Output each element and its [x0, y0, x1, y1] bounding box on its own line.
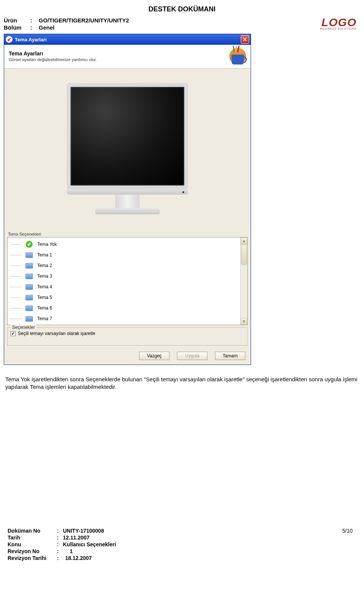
topic-label: Konu — [8, 541, 57, 547]
tree-connector-icon — [11, 262, 25, 269]
theme-option-label: Tema 6 — [37, 305, 52, 311]
page-number: 5/10 — [342, 528, 353, 534]
options-group: Seçenekler ✔ Seçili temayı varsayılan ol… — [7, 327, 248, 346]
theme-thumbnail-icon — [25, 252, 33, 258]
doc-title: DESTEK DOKÜMANI — [4, 5, 360, 13]
tree-connector-icon — [11, 283, 25, 291]
tree-connector-icon — [11, 304, 25, 312]
scroll-thumb[interactable] — [241, 244, 247, 265]
window-title: Tema Ayarları — [15, 37, 241, 42]
docno-label: Doküman No — [8, 528, 57, 534]
set-default-label: Seçili temayı varsayılan olarak işaretle — [18, 331, 95, 336]
theme-preview — [4, 69, 251, 229]
theme-list-label: Tema Seçenekleri — [4, 229, 251, 237]
theme-thumbnail-icon — [25, 294, 33, 301]
theme-option-label: Tema 2 — [37, 263, 52, 268]
app-icon: ✔ — [6, 36, 13, 43]
pencils-mug-icon — [229, 48, 246, 64]
banner-heading: Tema Ayarları — [9, 50, 97, 57]
set-default-checkbox[interactable]: ✔ — [11, 331, 16, 336]
theme-option-label: Tema 5 — [37, 295, 52, 300]
scroll-up-button[interactable]: ▲ — [241, 237, 247, 244]
scroll-down-button[interactable]: ▼ — [241, 318, 247, 325]
doc-header: Ürün : GO/TIGER/TIGER2/UNITY/UNITY2 Bölü… — [4, 17, 360, 34]
theme-option-label: Tema 7 — [37, 316, 52, 321]
tree-connector-icon — [11, 294, 25, 301]
section-value: Genel — [39, 24, 55, 31]
dialog-banner: Tema Ayarları Görsel ayarları değiştireb… — [4, 45, 251, 69]
tree-connector-icon — [11, 315, 25, 322]
theme-thumbnail-icon — [25, 283, 33, 290]
close-button[interactable]: ✕ — [241, 35, 249, 44]
date-value: 12.11.2007 — [63, 535, 89, 541]
tree-connector-icon — [11, 241, 25, 248]
theme-settings-dialog: ✔ Tema Ayarları ✕ Tema Ayarları Görsel a… — [4, 34, 251, 365]
revno-value: 1 — [70, 548, 73, 554]
brand-logo: LOGO BUSINESS SOLUTIONS — [320, 17, 356, 30]
theme-list[interactable]: ✔Tema YokTema 1Tema 2Tema 3Tema 4Tema 5T… — [7, 237, 248, 325]
theme-option[interactable]: Tema 5 — [8, 292, 240, 303]
logo-text: LOGO — [320, 17, 356, 27]
body-paragraph: Tema Yok işaretlendikten sonra Seçenekle… — [5, 376, 359, 391]
revno-label: Revizyon No — [8, 548, 57, 554]
set-default-checkbox-row[interactable]: ✔ Seçili temayı varsayılan olarak işaret… — [11, 331, 244, 336]
revdate-label: Revizyon Tarihi — [8, 555, 57, 561]
options-legend: Seçenekler — [11, 325, 36, 330]
theme-option-label: Tema 1 — [37, 252, 52, 258]
theme-thumbnail-icon — [25, 305, 33, 311]
revdate-value: 18.12.2007 — [65, 555, 92, 561]
theme-option[interactable]: Tema 6 — [8, 303, 240, 313]
theme-option[interactable]: Tema 2 — [8, 260, 240, 271]
product-value: GO/TIGER/TIGER2/UNITY/UNITY2 — [39, 17, 129, 24]
dialog-button-row: Vazgeç Uygula Tamam — [4, 349, 251, 365]
theme-option[interactable]: ✔Tema Yok — [8, 239, 240, 250]
topic-value: Kullanıcı Seçenekleri — [63, 541, 116, 547]
theme-option[interactable]: Tema 1 — [8, 250, 240, 260]
theme-option-label: Tema 3 — [37, 274, 52, 279]
tree-connector-icon — [11, 272, 25, 280]
doc-meta: Ürün : GO/TIGER/TIGER2/UNITY/UNITY2 Bölü… — [4, 17, 129, 31]
check-circle-icon: ✔ — [25, 241, 33, 248]
theme-option-label: Tema Yok — [37, 242, 57, 247]
theme-option[interactable]: Tema 4 — [8, 281, 240, 292]
titlebar[interactable]: ✔ Tema Ayarları ✕ — [4, 34, 251, 45]
ok-button[interactable]: Tamam — [215, 352, 245, 360]
banner-description: Görsel ayarları değiştirebilmenize yardı… — [9, 57, 97, 62]
monitor-icon — [67, 83, 188, 214]
section-label: Bölüm — [4, 24, 30, 31]
cancel-button[interactable]: Vazgeç — [139, 352, 169, 360]
scrollbar[interactable]: ▲ ▼ — [240, 237, 247, 325]
theme-thumbnail-icon — [25, 262, 33, 269]
logo-subtext: BUSINESS SOLUTIONS — [320, 27, 356, 30]
theme-thumbnail-icon — [25, 273, 33, 280]
doc-footer: 5/10 Doküman No:UNITY-17100008 Tarih:12.… — [4, 528, 360, 561]
theme-option[interactable]: Tema 7 — [8, 313, 240, 324]
theme-option-label: Tema 4 — [37, 284, 52, 289]
date-label: Tarih — [8, 535, 57, 541]
theme-thumbnail-icon — [25, 315, 33, 322]
close-icon: ✕ — [243, 36, 247, 42]
apply-button[interactable]: Uygula — [177, 352, 207, 360]
tree-connector-icon — [11, 251, 25, 259]
docno-value: UNITY-17100008 — [63, 528, 104, 534]
product-label: Ürün — [4, 17, 30, 24]
theme-option[interactable]: Tema 3 — [8, 271, 240, 281]
